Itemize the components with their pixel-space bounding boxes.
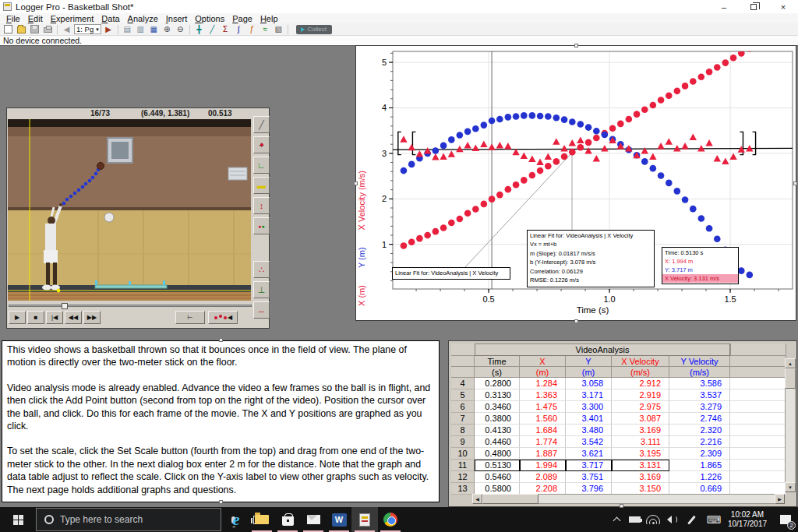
menu-item-options[interactable]: Options <box>191 14 228 23</box>
page-selector-dropdown[interactable]: 1: Pg▾ <box>74 24 101 34</box>
restore-button[interactable] <box>739 0 768 13</box>
start-button[interactable] <box>0 507 36 532</box>
table-cell[interactable]: 3.058 <box>566 378 612 389</box>
table-cell[interactable]: 3.717 <box>566 460 612 471</box>
table-cell[interactable]: 0.4800 <box>475 448 520 460</box>
add-point-button[interactable]: + <box>253 136 270 153</box>
menu-item-help[interactable]: Help <box>256 14 282 23</box>
table-cell[interactable]: 0.4130 <box>475 425 520 436</box>
table-cell[interactable]: 1.363 <box>520 389 566 401</box>
y-axis-label[interactable]: X (m)Y (m)X Velocity (m/s) <box>357 49 366 306</box>
menu-item-experiment[interactable]: Experiment <box>47 14 98 23</box>
table-cell[interactable]: 1.284 <box>520 378 566 389</box>
table-cell[interactable]: 0.2800 <box>475 378 520 389</box>
table-cell[interactable]: 2.320 <box>669 425 730 436</box>
row-number[interactable]: 13 <box>451 483 475 495</box>
column-header-x[interactable]: X <box>520 356 566 367</box>
table-cell[interactable]: 3.300 <box>566 401 612 413</box>
table-cell[interactable]: 2.089 <box>520 471 566 483</box>
resize-handle[interactable] <box>354 181 358 185</box>
play-button[interactable]: ▶ <box>9 311 26 324</box>
table-cell[interactable]: 3.171 <box>566 389 612 401</box>
box-grip-handle[interactable] <box>393 267 400 268</box>
table-cell[interactable]: 3.150 <box>612 483 669 495</box>
table-cell[interactable]: 0.669 <box>669 483 730 495</box>
linear-fit-box-collapsed[interactable]: Linear Fit for: VideoAnalysis | X Veloci… <box>392 267 510 280</box>
table-cell[interactable]: 3.537 <box>669 389 730 401</box>
row-number[interactable]: 7 <box>451 413 475 425</box>
taskbar-app-chrome[interactable] <box>377 507 404 532</box>
table-cell[interactable]: 3.796 <box>566 483 612 495</box>
table-cell[interactable]: 2.912 <box>612 378 669 389</box>
table-cell[interactable]: 1.887 <box>520 448 566 460</box>
scroll-right-button[interactable]: ▶ <box>775 494 785 504</box>
resize-handle[interactable] <box>793 181 797 185</box>
table-cell[interactable]: 3.586 <box>669 378 730 389</box>
table-cell[interactable]: 1.560 <box>520 413 566 425</box>
taskbar-app-store[interactable] <box>274 507 301 532</box>
collect-button[interactable]: Collect <box>296 25 332 34</box>
data-table-button[interactable]: ▥ <box>135 24 147 34</box>
table-cell[interactable]: 2.309 <box>669 448 730 460</box>
search-input[interactable]: Type here to search <box>36 508 221 531</box>
graph-options-button[interactable]: ∴ <box>253 261 270 278</box>
table-cell[interactable]: 1.226 <box>669 471 730 483</box>
menu-item-analyze[interactable]: Analyze <box>124 14 162 23</box>
integral-button[interactable]: ∫ <box>233 24 245 34</box>
zoom-in-button[interactable]: ⊕ <box>161 24 173 34</box>
menu-item-edit[interactable]: Edit <box>24 14 47 23</box>
column-header-y[interactable]: Y <box>566 356 612 367</box>
table-cell[interactable]: 3.111 <box>612 436 669 448</box>
stop-button[interactable]: ■ <box>27 311 44 324</box>
table-cell[interactable]: 0.5800 <box>475 483 520 495</box>
resize-handle[interactable] <box>219 500 223 504</box>
y-axis-label-segment[interactable]: X Velocity (m/s) <box>357 171 366 230</box>
column-header-x-velocity[interactable]: X Velocity <box>612 356 669 367</box>
table-cell[interactable]: 3.621 <box>566 448 612 460</box>
table-cell[interactable]: 3.751 <box>566 471 612 483</box>
row-number[interactable]: 12 <box>451 471 475 483</box>
resize-handle[interactable] <box>219 338 223 342</box>
tray-battery[interactable] <box>626 507 643 532</box>
column-header-y-velocity[interactable]: Y Velocity <box>669 356 730 367</box>
table-cell[interactable]: 3.279 <box>669 401 730 413</box>
video-frame[interactable] <box>8 119 251 301</box>
column-header-time[interactable]: Time <box>475 356 520 367</box>
table-cell[interactable]: 1.774 <box>520 436 566 448</box>
statistics-button[interactable]: Σ <box>220 24 231 34</box>
table-cell[interactable]: 1.994 <box>520 460 566 471</box>
new-file-button[interactable] <box>2 24 14 34</box>
tray-keyboard[interactable]: ⌨ <box>704 507 724 532</box>
curve-fit-button[interactable]: ƒ <box>246 24 258 34</box>
scroll-up-button[interactable]: ▲ <box>785 358 796 368</box>
table-cell[interactable]: 3.131 <box>612 460 669 471</box>
resize-handle[interactable] <box>574 44 578 48</box>
minimize-button[interactable]: – <box>709 0 739 13</box>
menu-item-insert[interactable]: Insert <box>162 14 192 23</box>
menu-item-data[interactable]: Data <box>97 14 123 23</box>
y-axis-label-segment[interactable]: Y (m) <box>357 247 366 268</box>
taskbar-app-logger-pro[interactable] <box>351 507 378 532</box>
scroll-left-button[interactable]: ◀ <box>472 494 482 504</box>
row-number[interactable]: 6 <box>451 401 475 413</box>
data-browser-button[interactable]: ▤ <box>122 24 133 34</box>
tray-volume[interactable] <box>663 507 680 532</box>
show-origin-button[interactable]: ⊥ <box>253 281 270 298</box>
examine-box[interactable]: Time: 0.5130 sX: 1.994 mY: 3.717 mX Velo… <box>662 247 739 284</box>
taskbar-clock[interactable]: 10:02 AM 10/17/2017 <box>725 507 770 532</box>
video-position-slider[interactable] <box>9 303 252 308</box>
next-page-button[interactable]: ▶ <box>103 24 115 34</box>
resize-handle[interactable] <box>574 319 578 323</box>
table-cell[interactable]: 3.169 <box>612 471 669 483</box>
row-number[interactable]: 4 <box>451 378 475 389</box>
print-button[interactable] <box>42 24 54 34</box>
taskbar-app-mail[interactable] <box>300 507 327 532</box>
tangent-button[interactable]: ╱ <box>207 24 218 34</box>
table-cell[interactable]: 1.475 <box>520 401 566 413</box>
rewind-button[interactable]: |◀ <box>46 311 63 324</box>
table-cell[interactable]: 3.542 <box>566 436 612 448</box>
menu-item-file[interactable]: File <box>2 14 24 23</box>
box-grip-handle[interactable] <box>662 247 669 248</box>
set-scale-button[interactable]: ▬ <box>253 177 270 194</box>
save-button[interactable] <box>29 24 41 34</box>
